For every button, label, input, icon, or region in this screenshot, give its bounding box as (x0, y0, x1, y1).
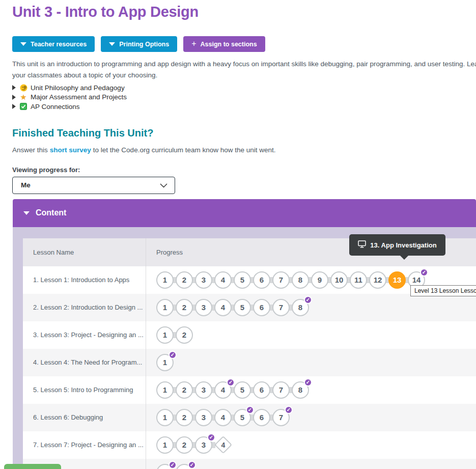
level-bubble[interactable]: 6 (253, 271, 270, 289)
lesson-name-link[interactable]: 3. Lesson 3: Project - Designing an ... (23, 321, 146, 349)
level-bubble[interactable]: 5 (234, 271, 251, 289)
level-bubble-wrap: 4 (214, 271, 232, 289)
level-bubble-wrap: ✓ (176, 464, 193, 469)
level-bubble-wrap: 1 (156, 409, 174, 426)
teacher-resources-label: Teacher resources (31, 41, 87, 48)
printing-options-button[interactable]: Printing Options (101, 36, 177, 52)
lesson-name-text: 7. Lesson 7: Project - Designing an ... (33, 441, 144, 449)
level-bubble-wrap: 2 (176, 436, 193, 454)
action-buttons: Teacher resources Printing Options Assig… (12, 36, 476, 52)
level-bubble[interactable]: 7 (272, 271, 290, 289)
level-bubble[interactable]: 11 (350, 271, 367, 289)
lesson-progress-bubbles: 123✓4 (146, 431, 476, 459)
level-bubble-wrap: 7✓ (272, 409, 290, 426)
level-bubble-wrap: 4 (214, 436, 232, 454)
level-bubble[interactable]: 2 (176, 326, 193, 344)
lesson-name-link[interactable]: 5. Lesson 5: Intro to Programming (23, 376, 146, 404)
star-icon: ★ (19, 93, 27, 101)
level-bubble-wrap: 2 (176, 381, 193, 399)
level-bubble[interactable]: 8 (292, 271, 309, 289)
assign-to-sections-button[interactable]: Assign to sections (183, 36, 265, 52)
level-tooltip: 13. App Investigation (349, 234, 445, 256)
viewing-progress-select[interactable]: Me (12, 177, 175, 194)
level-bubble[interactable]: 12 (369, 271, 386, 289)
level-bubble-wrap: 8 (292, 271, 309, 289)
level-bubble[interactable]: 3 (195, 409, 212, 426)
level-bubble-wrap: 11 (350, 271, 367, 289)
detail-ap-connections[interactable]: AP Connections (12, 102, 476, 112)
feedback-toast[interactable] (4, 464, 61, 469)
level-bubble[interactable]: 1 (156, 271, 174, 289)
level-bubble-wrap: 13 (388, 271, 406, 289)
level-bubble[interactable]: 7 (272, 299, 290, 316)
level-bubble[interactable]: 2 (176, 381, 193, 399)
unit-description-line1: This unit is an introduction to programm… (12, 59, 476, 70)
green-checkbox-icon (19, 102, 27, 111)
level-bubble[interactable]: 5 (234, 299, 251, 316)
level-bubble-wrap: 1 (156, 299, 174, 316)
lesson-name-text: 5. Lesson 5: Intro to Programming (33, 386, 133, 394)
lesson-row: 3. Lesson 3: Project - Designing an ...1… (23, 321, 476, 349)
level-bubble[interactable]: 6 (253, 409, 270, 426)
monocle-face-icon (19, 84, 27, 92)
level-bubble[interactable]: 1 (156, 381, 174, 399)
lesson-progress-bubbles: 12345678✓ (146, 294, 476, 321)
unit-description-line2: your classmates about a topic of your ch… (12, 70, 476, 81)
caret-down-icon (23, 211, 30, 215)
lesson-name-link[interactable]: 2. Lesson 2: Introduction to Design ... (23, 294, 146, 321)
level-bubble-current[interactable]: 13 (388, 271, 406, 289)
level-bubble[interactable]: 6 (253, 299, 270, 316)
level-bubble-wrap: 3 (195, 271, 212, 289)
level-bubble[interactable]: 1 (156, 299, 174, 316)
level-bubble[interactable]: 2 (176, 271, 193, 289)
teacher-resources-button[interactable]: Teacher resources (12, 36, 95, 52)
lesson-name-link[interactable]: 1. Lesson 1: Introduction to Apps (23, 266, 146, 294)
level-bubble-wrap: 3 (195, 409, 212, 426)
lesson-progress-bubbles: 12345✓67✓ (146, 404, 476, 431)
lesson-name-link[interactable]: 4. Lesson 4: The Need for Program... (23, 349, 146, 376)
level-bubble-wrap: 6 (253, 381, 270, 399)
level-bubble-wrap: 8✓ (292, 381, 309, 399)
level-tooltip-label: 13. App Investigation (370, 241, 436, 249)
level-bubble[interactable]: 3 (195, 381, 212, 399)
lesson-row: 8. Lesson 8: Assessment Day✓✓ (23, 459, 476, 469)
level-bubble[interactable]: 10 (330, 271, 348, 289)
browser-hover-tooltip: Level 13 Lesson Lesson (410, 285, 476, 296)
caret-down-icon (109, 42, 115, 46)
level-bubble[interactable]: 2 (176, 299, 193, 316)
level-bubble-wrap: 7 (272, 381, 290, 399)
short-survey-link[interactable]: short survey (50, 146, 91, 154)
level-bubble[interactable]: 2 (176, 436, 193, 454)
lesson-row: 5. Lesson 5: Intro to Programming1234✓56… (23, 376, 476, 404)
detail-major-assessment[interactable]: ★ Major Assessment and Projects (12, 93, 476, 102)
lesson-name-link[interactable]: 6. Lesson 6: Debugging (23, 404, 146, 431)
level-bubble[interactable]: 3 (195, 299, 212, 316)
detail-unit-philosophy[interactable]: Unit Philosophy and Pedagogy (12, 83, 476, 93)
lesson-name-text: 2. Lesson 2: Introduction to Design ... (33, 304, 143, 311)
content-panel-title: Content (36, 208, 66, 217)
level-bubble[interactable]: 6 (253, 381, 270, 399)
level-bubble-diamond[interactable]: 4 (214, 436, 232, 454)
lesson-name-link[interactable]: 7. Lesson 7: Project - Designing an ... (23, 431, 146, 459)
viewing-progress-value: Me (21, 181, 31, 189)
lesson-row: 1. Lesson 1: Introduction to Apps1234567… (23, 266, 476, 294)
level-bubble[interactable]: 1 (156, 436, 174, 454)
level-bubble[interactable]: 1 (156, 409, 174, 426)
level-bubble[interactable]: 2 (176, 409, 193, 426)
level-bubble[interactable]: 1 (156, 326, 174, 344)
disclosure-triangle-icon (12, 95, 16, 100)
level-bubble[interactable]: 4 (214, 271, 232, 289)
level-bubble[interactable]: 4 (214, 299, 232, 316)
lesson-progress-bubbles: 12 (146, 321, 476, 349)
level-bubble[interactable]: 3 (195, 271, 212, 289)
level-bubble[interactable]: 4 (214, 409, 232, 426)
level-bubble[interactable]: 5 (234, 381, 251, 399)
detail-label: Major Assessment and Projects (31, 93, 127, 101)
column-header-lesson-name: Lesson Name (23, 238, 146, 266)
level-bubble[interactable]: 7 (272, 381, 290, 399)
content-panel-header[interactable]: Content (13, 199, 476, 227)
level-bubble[interactable]: 9 (311, 271, 328, 289)
content-panel-body: Lesson Name Progress 1. Lesson 1: Introd… (13, 227, 476, 469)
completed-check-badge: ✓ (304, 296, 312, 304)
level-bubble-wrap: 1✓ (156, 354, 174, 371)
